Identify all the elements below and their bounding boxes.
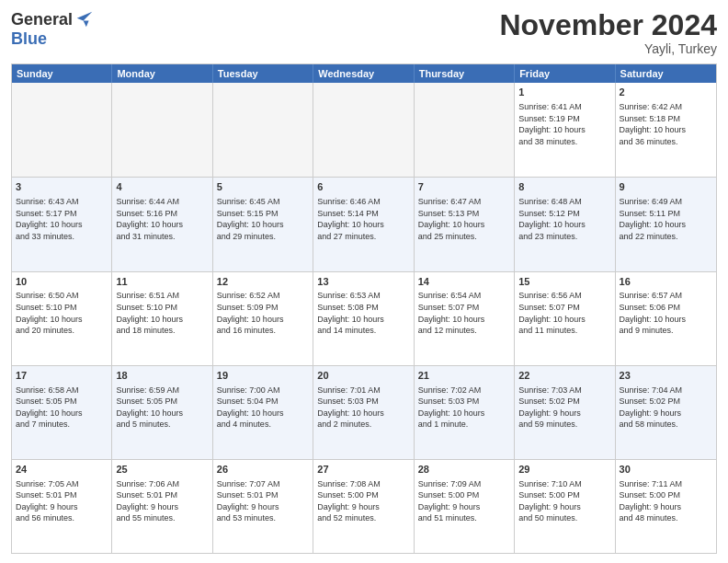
day-number: 30 — [620, 463, 712, 477]
weekday-header: Thursday — [415, 64, 515, 83]
day-number: 20 — [317, 369, 409, 383]
day-number: 8 — [518, 180, 610, 194]
calendar-cell: 29Sunrise: 7:10 AMSunset: 5:00 PMDayligh… — [515, 460, 615, 553]
calendar-cell — [112, 83, 212, 177]
day-number: 26 — [217, 463, 309, 477]
day-info: Sunrise: 6:53 AMSunset: 5:08 PMDaylight:… — [317, 290, 409, 336]
day-info: Sunrise: 7:06 AMSunset: 5:01 PMDaylight:… — [116, 478, 208, 524]
calendar-cell: 9Sunrise: 6:49 AMSunset: 5:11 PMDaylight… — [616, 178, 716, 270]
page-header: General Blue November 2024 Yayli, Turkey — [11, 9, 717, 56]
calendar-cell: 30Sunrise: 7:11 AMSunset: 5:00 PMDayligh… — [616, 460, 716, 553]
day-number: 18 — [116, 369, 208, 383]
day-number: 7 — [418, 180, 510, 194]
day-info: Sunrise: 7:01 AMSunset: 5:03 PMDaylight:… — [317, 385, 409, 431]
day-info: Sunrise: 6:46 AMSunset: 5:14 PMDaylight:… — [317, 196, 409, 242]
day-number: 15 — [518, 275, 610, 289]
calendar-cell: 10Sunrise: 6:50 AMSunset: 5:10 PMDayligh… — [12, 272, 112, 365]
day-number: 21 — [418, 369, 510, 383]
day-number: 1 — [518, 86, 610, 99]
day-info: Sunrise: 6:41 AMSunset: 5:19 PMDaylight:… — [518, 101, 610, 147]
calendar-row: 24Sunrise: 7:05 AMSunset: 5:01 PMDayligh… — [12, 459, 716, 553]
day-info: Sunrise: 6:44 AMSunset: 5:16 PMDaylight:… — [116, 196, 208, 242]
calendar-cell: 24Sunrise: 7:05 AMSunset: 5:01 PMDayligh… — [12, 460, 112, 553]
logo-blue-text: Blue — [11, 29, 47, 49]
calendar-row: 10Sunrise: 6:50 AMSunset: 5:10 PMDayligh… — [12, 271, 716, 365]
day-info: Sunrise: 6:45 AMSunset: 5:15 PMDaylight:… — [217, 196, 309, 242]
day-info: Sunrise: 7:09 AMSunset: 5:00 PMDaylight:… — [418, 478, 510, 524]
calendar-cell: 28Sunrise: 7:09 AMSunset: 5:00 PMDayligh… — [415, 460, 515, 553]
day-number: 16 — [620, 275, 712, 289]
calendar-cell: 1Sunrise: 6:41 AMSunset: 5:19 PMDaylight… — [515, 83, 615, 177]
day-number: 24 — [16, 463, 108, 477]
calendar-header: SundayMondayTuesdayWednesdayThursdayFrid… — [12, 64, 716, 83]
calendar-cell: 6Sunrise: 6:46 AMSunset: 5:14 PMDaylight… — [313, 178, 414, 270]
calendar-cell: 23Sunrise: 7:04 AMSunset: 5:02 PMDayligh… — [616, 366, 716, 459]
day-info: Sunrise: 6:52 AMSunset: 5:09 PMDaylight:… — [217, 290, 309, 336]
calendar-cell: 21Sunrise: 7:02 AMSunset: 5:03 PMDayligh… — [415, 366, 515, 459]
day-number: 6 — [317, 180, 409, 194]
calendar-cell: 12Sunrise: 6:52 AMSunset: 5:09 PMDayligh… — [213, 272, 313, 365]
calendar-cell: 19Sunrise: 7:00 AMSunset: 5:04 PMDayligh… — [213, 366, 313, 459]
day-number: 12 — [217, 275, 309, 289]
calendar-cell: 5Sunrise: 6:45 AMSunset: 5:15 PMDaylight… — [213, 178, 313, 270]
logo-bird-icon — [74, 9, 95, 29]
weekday-header: Saturday — [616, 64, 716, 83]
day-number: 28 — [418, 463, 510, 477]
calendar-cell: 27Sunrise: 7:08 AMSunset: 5:00 PMDayligh… — [313, 460, 414, 553]
weekday-header: Friday — [515, 64, 615, 83]
calendar-cell: 25Sunrise: 7:06 AMSunset: 5:01 PMDayligh… — [112, 460, 212, 553]
location: Yayli, Turkey — [499, 41, 717, 56]
day-number: 13 — [317, 275, 409, 289]
calendar-cell: 8Sunrise: 6:48 AMSunset: 5:12 PMDaylight… — [515, 178, 615, 270]
day-info: Sunrise: 6:48 AMSunset: 5:12 PMDaylight:… — [518, 196, 610, 242]
day-number: 10 — [16, 275, 108, 289]
weekday-header: Monday — [112, 64, 212, 83]
day-number: 3 — [16, 180, 108, 194]
calendar-cell — [12, 83, 112, 177]
calendar-cell: 4Sunrise: 6:44 AMSunset: 5:16 PMDaylight… — [112, 178, 212, 270]
weekday-header: Sunday — [12, 64, 112, 83]
calendar-cell: 3Sunrise: 6:43 AMSunset: 5:17 PMDaylight… — [12, 178, 112, 270]
calendar-row: 17Sunrise: 6:58 AMSunset: 5:05 PMDayligh… — [12, 365, 716, 459]
logo: General Blue — [11, 9, 95, 49]
day-number: 19 — [217, 369, 309, 383]
day-info: Sunrise: 7:00 AMSunset: 5:04 PMDaylight:… — [217, 385, 309, 431]
day-number: 25 — [116, 463, 208, 477]
day-info: Sunrise: 6:57 AMSunset: 5:06 PMDaylight:… — [620, 290, 712, 336]
day-info: Sunrise: 7:07 AMSunset: 5:01 PMDaylight:… — [217, 478, 309, 524]
day-info: Sunrise: 7:04 AMSunset: 5:02 PMDaylight:… — [620, 385, 712, 431]
day-info: Sunrise: 6:51 AMSunset: 5:10 PMDaylight:… — [116, 290, 208, 336]
day-info: Sunrise: 6:50 AMSunset: 5:10 PMDaylight:… — [16, 290, 108, 336]
day-number: 27 — [317, 463, 409, 477]
day-info: Sunrise: 6:49 AMSunset: 5:11 PMDaylight:… — [620, 196, 712, 242]
calendar-cell: 2Sunrise: 6:42 AMSunset: 5:18 PMDaylight… — [616, 83, 716, 177]
calendar-row: 3Sunrise: 6:43 AMSunset: 5:17 PMDaylight… — [12, 177, 716, 270]
calendar-cell: 26Sunrise: 7:07 AMSunset: 5:01 PMDayligh… — [213, 460, 313, 553]
day-number: 23 — [620, 369, 712, 383]
day-number: 29 — [518, 463, 610, 477]
calendar-cell: 14Sunrise: 6:54 AMSunset: 5:07 PMDayligh… — [415, 272, 515, 365]
day-number: 11 — [116, 275, 208, 289]
day-info: Sunrise: 7:02 AMSunset: 5:03 PMDaylight:… — [418, 385, 510, 431]
calendar-row: 1Sunrise: 6:41 AMSunset: 5:19 PMDaylight… — [12, 83, 716, 177]
calendar-cell: 20Sunrise: 7:01 AMSunset: 5:03 PMDayligh… — [313, 366, 414, 459]
calendar-cell: 18Sunrise: 6:59 AMSunset: 5:05 PMDayligh… — [112, 366, 212, 459]
day-info: Sunrise: 7:11 AMSunset: 5:00 PMDaylight:… — [620, 478, 712, 524]
month-title: November 2024 — [499, 9, 717, 41]
day-info: Sunrise: 7:08 AMSunset: 5:00 PMDaylight:… — [317, 478, 409, 524]
calendar-cell: 13Sunrise: 6:53 AMSunset: 5:08 PMDayligh… — [313, 272, 414, 365]
calendar-cell: 22Sunrise: 7:03 AMSunset: 5:02 PMDayligh… — [515, 366, 615, 459]
day-number: 17 — [16, 369, 108, 383]
day-number: 2 — [620, 86, 712, 99]
logo-general-text: General — [11, 10, 73, 29]
calendar-body: 1Sunrise: 6:41 AMSunset: 5:19 PMDaylight… — [12, 83, 716, 553]
page-container: General Blue November 2024 Yayli, Turkey… — [0, 0, 728, 563]
calendar-cell — [313, 83, 414, 177]
calendar-cell: 15Sunrise: 6:56 AMSunset: 5:07 PMDayligh… — [515, 272, 615, 365]
day-info: Sunrise: 6:43 AMSunset: 5:17 PMDaylight:… — [16, 196, 108, 242]
day-info: Sunrise: 7:05 AMSunset: 5:01 PMDaylight:… — [16, 478, 108, 524]
calendar-cell — [213, 83, 313, 177]
calendar-cell: 7Sunrise: 6:47 AMSunset: 5:13 PMDaylight… — [415, 178, 515, 270]
day-info: Sunrise: 7:03 AMSunset: 5:02 PMDaylight:… — [518, 385, 610, 431]
day-number: 9 — [620, 180, 712, 194]
